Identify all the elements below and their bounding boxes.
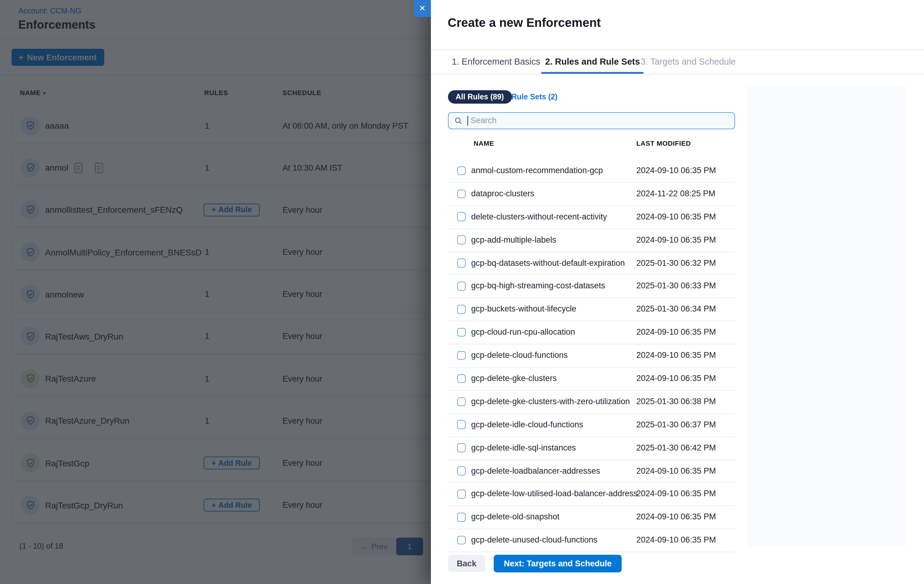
rule-row[interactable]: gcp-delete-old-snapshot 2024-09-10 06:35… <box>448 506 735 530</box>
rule-name: gcp-bq-datasets-without-default-expirati… <box>471 252 625 275</box>
tab-rules-and-rule-sets[interactable]: 2. Rules and Rule Sets <box>545 50 640 74</box>
rules-header-name: NAME <box>474 140 494 147</box>
rule-checkbox[interactable] <box>457 259 466 267</box>
rule-row[interactable]: gcp-bq-high-streaming-cost-datasets 2025… <box>448 275 735 299</box>
search-box <box>448 112 735 129</box>
rule-row[interactable]: gcp-delete-loadbalancer-addresses 2024-0… <box>448 460 735 483</box>
modal-title: Create a new Enforcement <box>448 16 601 30</box>
search-input[interactable] <box>469 115 729 126</box>
rule-checkbox[interactable] <box>457 420 466 429</box>
search-icon <box>454 116 462 125</box>
rule-row[interactable]: anmol-custom-recommendation-gcp 2024-09-… <box>448 160 735 183</box>
rule-name: gcp-delete-gke-clusters-with-zero-utiliz… <box>471 391 630 413</box>
rule-row[interactable]: gcp-cloud-run-cpu-allocation 2024-09-10 … <box>448 321 735 345</box>
rule-last-modified: 2024-09-10 06:35 PM <box>636 206 716 229</box>
rule-name: gcp-delete-unused-cloud-functions <box>471 530 597 552</box>
rule-row[interactable]: dataproc-clusters 2024-11-22 08:25 PM <box>448 183 735 206</box>
rule-last-modified: 2025-01-30 06:38 PM <box>636 391 716 413</box>
rule-row[interactable]: gcp-delete-cloud-functions 2024-09-10 06… <box>448 345 735 368</box>
rule-checkbox[interactable] <box>457 189 466 198</box>
rule-last-modified: 2024-09-10 06:35 PM <box>636 368 716 390</box>
rule-row[interactable]: gcp-delete-idle-cloud-functions 2025-01-… <box>448 414 735 437</box>
rule-name: delete-clusters-without-recent-activity <box>471 206 607 229</box>
tab-enforcement-basics[interactable]: 1. Enforcement Basics <box>452 50 540 74</box>
rule-checkbox[interactable] <box>457 513 466 521</box>
rule-checkbox[interactable] <box>457 467 466 475</box>
rule-last-modified: 2024-11-22 08:25 PM <box>636 183 715 205</box>
screen: Account: CCM-NG Enforcements + New Enfor… <box>0 0 924 584</box>
rule-name: gcp-bq-high-streaming-cost-datasets <box>471 275 605 298</box>
rule-checkbox[interactable] <box>457 236 466 244</box>
text-caret <box>467 116 468 125</box>
rule-last-modified: 2024-09-10 06:35 PM <box>636 460 716 482</box>
tab-targets-and-schedule[interactable]: 3. Targets and Schedule <box>640 50 736 74</box>
rule-row[interactable]: gcp-add-multiple-labels 2024-09-10 06:35… <box>448 229 735 252</box>
rule-checkbox[interactable] <box>457 213 466 221</box>
rule-row[interactable]: gcp-delete-idle-sql-instances 2025-01-30… <box>448 437 735 460</box>
rule-name: gcp-delete-idle-sql-instances <box>471 437 576 459</box>
wizard-tabs: 1. Enforcement Basics 2. Rules and Rule … <box>431 50 924 74</box>
rule-name: gcp-buckets-without-lifecycle <box>471 299 576 321</box>
rules-header-modified: LAST MODIFIED <box>636 140 691 147</box>
rule-last-modified: 2024-09-10 06:35 PM <box>636 229 716 251</box>
rule-last-modified: 2025-01-30 06:34 PM <box>636 299 716 321</box>
rule-row[interactable]: gcp-delete-low-utilised-load-balancer-ad… <box>448 483 735 506</box>
rule-checkbox[interactable] <box>457 490 466 498</box>
all-rules-filter[interactable]: All Rules (89) <box>448 90 512 104</box>
rule-checkbox[interactable] <box>457 536 466 545</box>
rule-row[interactable]: gcp-delete-unused-cloud-functions 2024-0… <box>448 530 735 553</box>
rule-row[interactable]: gcp-buckets-without-lifecycle 2025-01-30… <box>448 299 735 322</box>
rule-last-modified: 2024-09-10 06:35 PM <box>636 345 716 367</box>
divider <box>431 74 924 74</box>
rule-name: gcp-delete-low-utilised-load-balancer-ad… <box>471 483 637 506</box>
rule-name: dataproc-clusters <box>471 183 534 205</box>
rule-checkbox[interactable] <box>457 305 466 313</box>
rule-last-modified: 2024-09-10 06:35 PM <box>636 321 716 344</box>
create-enforcement-modal: ✕ Create a new Enforcement 1. Enforcemen… <box>431 0 924 584</box>
rule-checkbox[interactable] <box>457 351 466 360</box>
close-button[interactable]: ✕ <box>414 0 431 17</box>
rule-sets-filter[interactable]: Rule Sets (2) <box>512 90 558 104</box>
rule-checkbox[interactable] <box>457 282 466 290</box>
rule-last-modified: 2024-09-10 06:35 PM <box>636 530 716 552</box>
rule-last-modified: 2025-01-30 06:37 PM <box>636 414 716 437</box>
rule-name: anmol-custom-recommendation-gcp <box>471 160 603 182</box>
rule-row[interactable]: delete-clusters-without-recent-activity … <box>448 206 735 229</box>
rule-row[interactable]: gcp-delete-gke-clusters 2024-09-10 06:35… <box>448 368 735 391</box>
rule-checkbox[interactable] <box>457 444 466 452</box>
rule-last-modified: 2025-01-30 06:42 PM <box>636 437 716 459</box>
rule-checkbox[interactable] <box>457 374 466 383</box>
rule-name: gcp-cloud-run-cpu-allocation <box>471 321 575 344</box>
rule-last-modified: 2025-01-30 06:32 PM <box>636 252 716 275</box>
rule-name: gcp-delete-loadbalancer-addresses <box>471 460 600 482</box>
close-icon: ✕ <box>419 4 426 13</box>
rule-name: gcp-add-multiple-labels <box>471 229 556 251</box>
rule-row[interactable]: gcp-bq-datasets-without-default-expirati… <box>448 252 735 275</box>
rules-list: anmol-custom-recommendation-gcp 2024-09-… <box>448 160 735 552</box>
next-targets-schedule-button[interactable]: Next: Targets and Schedule <box>494 555 622 572</box>
rules-list-header: NAME LAST MODIFIED <box>448 140 735 153</box>
rule-last-modified: 2024-09-10 06:35 PM <box>636 506 716 529</box>
rule-name: gcp-delete-gke-clusters <box>471 368 557 390</box>
rule-last-modified: 2024-09-10 06:35 PM <box>636 483 716 506</box>
rule-checkbox[interactable] <box>457 397 466 406</box>
rule-name: gcp-delete-cloud-functions <box>471 345 568 367</box>
rule-preview-panel <box>747 86 907 547</box>
back-button[interactable]: Back <box>448 555 485 572</box>
rule-name: gcp-delete-idle-cloud-functions <box>471 414 583 437</box>
rule-name: gcp-delete-old-snapshot <box>471 506 559 529</box>
rule-last-modified: 2025-01-30 06:33 PM <box>636 275 716 298</box>
rule-row[interactable]: gcp-delete-gke-clusters-with-zero-utiliz… <box>448 391 735 414</box>
rule-checkbox[interactable] <box>457 166 466 175</box>
rule-checkbox[interactable] <box>457 328 466 337</box>
rule-last-modified: 2024-09-10 06:35 PM <box>636 160 716 182</box>
